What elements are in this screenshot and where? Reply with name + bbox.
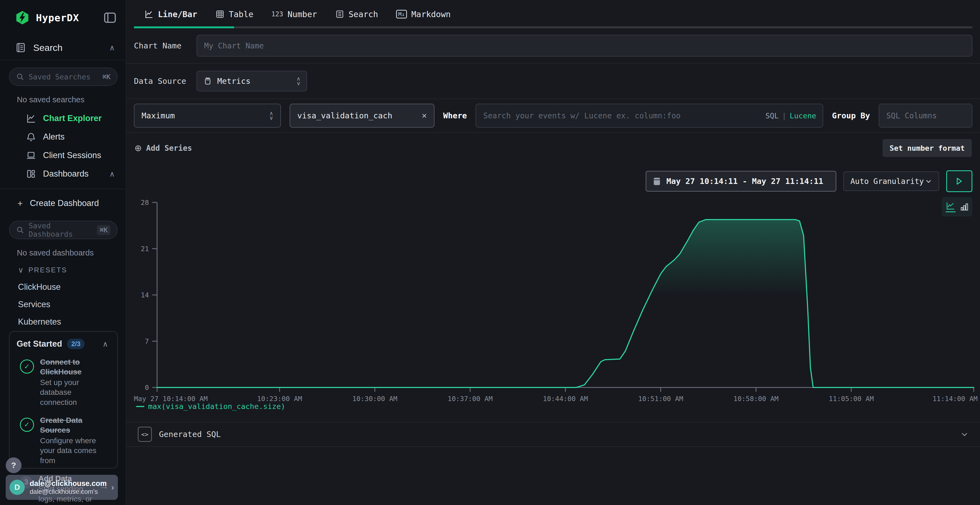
line-chart-toggle-icon[interactable] — [946, 202, 956, 212]
date-range-picker[interactable]: May 27 10:14:11 - May 27 11:14:11 — [646, 171, 836, 192]
get-started-header[interactable]: Get Started 2/3 ∧ — [17, 339, 110, 349]
saved-searches-placeholder: Saved Searches — [29, 73, 102, 81]
preset-item-clickhouse[interactable]: ClickHouse — [0, 282, 126, 292]
chart-svg[interactable]: 07142128May 27 10:14:00 AM10:23:00 AM10:… — [134, 199, 980, 416]
add-series-button[interactable]: ⊕ Add Series — [134, 143, 192, 153]
avatar: D — [10, 480, 25, 495]
tab-label: Line/Bar — [158, 10, 197, 19]
chart-name-input[interactable] — [197, 35, 972, 57]
preset-item-kubernetes[interactable]: Kubernetes — [0, 317, 126, 327]
where-input[interactable] — [483, 111, 760, 121]
svg-text:0: 0 — [145, 384, 149, 392]
svg-text:10:30:00 AM: 10:30:00 AM — [352, 395, 398, 403]
hyperdx-logo-icon — [15, 11, 29, 25]
series-config-row: Maximum ∧∨ visa_validation_cach × Where … — [126, 99, 980, 133]
get-started-step-datasources[interactable]: ✓ Create Data Sources Configure where yo… — [17, 416, 110, 465]
group-by-input[interactable] — [879, 104, 972, 128]
sidebar-item-dashboards[interactable]: Dashboards ∧ — [0, 165, 126, 183]
svg-text:May 27 10:14:00 AM: May 27 10:14:00 AM — [134, 395, 208, 403]
user-email: dale@clickhouse.com — [30, 480, 111, 488]
saved-searches-input[interactable]: Saved Searches ⌘K — [9, 67, 118, 86]
query-language-toggle: SQL|Lucene — [765, 111, 816, 120]
calendar-icon — [653, 176, 661, 186]
app-root: HyperDX Search ∧ Saved Searches — [0, 0, 980, 505]
123-icon: 123 — [271, 10, 283, 18]
help-button[interactable]: ? — [6, 457, 22, 473]
chevron-down-icon: ∨ — [18, 265, 24, 275]
granularity-select[interactable]: Auto Granularity — [843, 172, 939, 191]
preset-item-services[interactable]: Services — [0, 300, 126, 310]
step-desc: Configure where your data comes from — [40, 436, 110, 465]
search-section-label: Search — [33, 43, 110, 53]
chart-type-tabbar: Line/Bar Table 123 Number — [126, 0, 980, 28]
tab-line-bar[interactable]: Line/Bar — [144, 10, 197, 19]
tab-label: Search — [349, 10, 378, 19]
layout-grid-icon — [25, 168, 37, 179]
no-saved-dashboards-text: No saved dashboards — [17, 248, 126, 257]
nav-label: Chart Explorer — [43, 113, 126, 123]
search-icon — [16, 73, 24, 81]
chevron-up-icon[interactable]: ∧ — [103, 340, 108, 349]
where-search-box: SQL|Lucene — [476, 104, 823, 128]
plus-circle-icon: ⊕ — [134, 143, 142, 153]
tab-label: Table — [229, 10, 253, 19]
tab-number[interactable]: 123 Number — [271, 10, 317, 19]
lucene-mode-button[interactable]: Lucene — [790, 111, 816, 120]
chart-legend: max(visa_validation_cache.size) — [136, 402, 285, 411]
sidebar: HyperDX Search ∧ Saved Searches — [0, 0, 126, 505]
saved-dashboards-shortcut: ⌘K — [97, 225, 111, 235]
sidebar-item-chart-explorer[interactable]: Chart Explorer — [0, 109, 126, 128]
generated-sql-row[interactable]: <> Generated SQL — [126, 422, 980, 447]
data-source-select[interactable]: Metrics ∧∨ — [197, 71, 307, 91]
sidebar-item-client-sessions[interactable]: Client Sessions — [0, 146, 126, 165]
step-desc: Set up your database connection — [40, 378, 110, 407]
data-source-row: Data Source Metrics ∧∨ — [126, 64, 980, 99]
svg-text:14: 14 — [141, 291, 149, 299]
nav-label: Client Sessions — [43, 151, 126, 160]
chevron-up-icon[interactable]: ∧ — [110, 170, 115, 178]
sidebar-item-search[interactable]: Search ∧ — [0, 35, 126, 60]
presets-label: PRESETS — [29, 266, 67, 274]
metric-chip[interactable]: visa_validation_cach × — [290, 104, 434, 128]
chart-name-label: Chart Name — [134, 41, 197, 50]
svg-text:10:37:00 AM: 10:37:00 AM — [447, 395, 493, 403]
app-title: HyperDX — [36, 12, 104, 24]
data-source-value: Metrics — [217, 76, 296, 86]
user-menu[interactable]: D dale@clickhouse.com dale@clickhouse.co… — [6, 475, 118, 500]
check-circle-icon: ✓ — [20, 418, 34, 432]
tab-markdown[interactable]: M↓ Markdown — [396, 10, 451, 19]
get-started-card: Get Started 2/3 ∧ ✓ Connect to ClickHous… — [9, 331, 118, 468]
svg-text:11:05:00 AM: 11:05:00 AM — [829, 395, 874, 403]
presets-header[interactable]: ∨ PRESETS — [0, 265, 126, 275]
tabbar-track — [134, 26, 972, 28]
chart-section: May 27 10:14:11 - May 27 11:14:11 Auto G… — [126, 163, 980, 422]
table-icon — [215, 10, 224, 19]
run-query-button[interactable] — [946, 170, 972, 192]
chevron-up-icon[interactable]: ∧ — [110, 43, 115, 52]
date-range-value: May 27 10:14:11 - May 27 11:14:11 — [667, 176, 823, 186]
create-dashboard-button[interactable]: + Create Dashboard — [0, 193, 126, 214]
bell-icon — [25, 132, 37, 142]
sidebar-item-alerts[interactable]: Alerts — [0, 128, 126, 146]
aggregation-select[interactable]: Maximum ∧∨ — [134, 104, 281, 128]
bar-chart-toggle-icon[interactable] — [960, 202, 969, 211]
tab-search[interactable]: Search — [335, 10, 378, 19]
sidebar-collapse-icon[interactable] — [104, 12, 116, 23]
set-number-format-button[interactable]: Set number format — [883, 139, 972, 157]
group-by-label: Group By — [832, 111, 870, 120]
get-started-progress-badge: 2/3 — [67, 339, 85, 349]
get-started-step-connect[interactable]: ✓ Connect to ClickHouse Set up your data… — [17, 357, 110, 407]
close-icon[interactable]: × — [422, 111, 427, 121]
step-title: Create Data Sources — [40, 416, 110, 435]
tab-label: Number — [288, 10, 317, 19]
markdown-icon: M↓ — [396, 10, 407, 19]
check-circle-icon: ✓ — [20, 359, 34, 373]
divider — [0, 189, 126, 189]
tab-table[interactable]: Table — [215, 10, 253, 19]
chevron-down-icon[interactable] — [960, 430, 969, 438]
saved-dashboards-input[interactable]: Saved Dashboards ⌘K — [9, 221, 118, 239]
add-series-label: Add Series — [146, 144, 192, 152]
chevron-updown-icon: ∧∨ — [296, 76, 301, 86]
main-content: Line/Bar Table 123 Number — [126, 0, 980, 505]
sql-mode-button[interactable]: SQL — [765, 111, 779, 120]
